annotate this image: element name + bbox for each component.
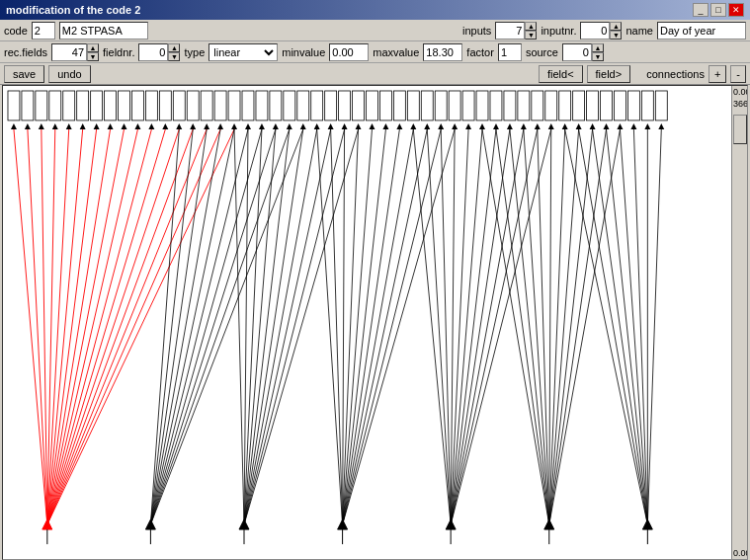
svg-marker-85 — [521, 123, 527, 129]
toolbar-row3: save undo field< field> connections + - — [0, 63, 750, 85]
fieldnr-up[interactable]: ▲ — [168, 43, 180, 52]
svg-line-170 — [549, 129, 551, 524]
svg-marker-84 — [507, 123, 513, 129]
field-prev-button[interactable]: field< — [539, 65, 583, 83]
fieldnr-down[interactable]: ▼ — [168, 52, 180, 61]
connections-plus-button[interactable]: + — [708, 65, 726, 83]
inputs-up[interactable]: ▲ — [525, 22, 537, 31]
svg-line-141 — [343, 129, 345, 524]
close-button[interactable]: ✕ — [728, 3, 744, 17]
svg-rect-37 — [518, 91, 530, 120]
svg-rect-28 — [393, 91, 405, 120]
svg-rect-33 — [462, 91, 474, 120]
svg-rect-40 — [559, 91, 571, 120]
field-next-button[interactable]: field> — [587, 65, 631, 83]
name-field-input[interactable] — [59, 22, 148, 40]
svg-rect-0 — [8, 91, 20, 120]
fieldnr-spinner[interactable]: ▲ ▼ — [138, 43, 180, 61]
source-spinner[interactable]: ▲ ▼ — [562, 43, 604, 61]
svg-marker-89 — [576, 123, 582, 129]
svg-line-185 — [647, 129, 661, 524]
svg-marker-52 — [66, 123, 72, 129]
svg-line-142 — [343, 129, 359, 524]
svg-marker-53 — [80, 123, 86, 129]
svg-rect-36 — [504, 91, 516, 120]
canvas-area[interactable]: // We'll draw via inline SVG elements — [3, 86, 731, 559]
svg-line-145 — [343, 129, 400, 524]
code-input[interactable] — [32, 22, 55, 40]
svg-marker-94 — [644, 123, 650, 129]
recfields-down[interactable]: ▼ — [87, 52, 99, 61]
factor-input[interactable] — [498, 43, 522, 61]
scroll-track[interactable] — [732, 110, 747, 547]
svg-rect-5 — [77, 91, 89, 120]
type-select[interactable]: linear log exp — [208, 43, 278, 61]
svg-marker-125 — [145, 520, 155, 529]
recfields-up[interactable]: ▲ — [87, 43, 99, 52]
inputs-value[interactable] — [495, 22, 525, 40]
scrollbar-right[interactable]: 0.00 366.00 0.00 — [731, 86, 747, 559]
inputnr-down[interactable]: ▼ — [610, 31, 622, 40]
fieldnr-label: fieldnr. — [103, 46, 134, 58]
svg-rect-30 — [421, 91, 433, 120]
svg-rect-22 — [311, 91, 323, 120]
name-value-input[interactable] — [657, 22, 746, 40]
svg-rect-42 — [587, 91, 599, 120]
svg-marker-50 — [39, 123, 44, 129]
svg-marker-49 — [25, 123, 31, 129]
undo-button[interactable]: undo — [48, 65, 90, 83]
svg-rect-15 — [214, 91, 226, 120]
svg-rect-14 — [201, 91, 212, 120]
svg-rect-35 — [490, 91, 502, 120]
inputs-down[interactable]: ▼ — [525, 31, 537, 40]
svg-line-179 — [579, 129, 648, 524]
maxvalue-input[interactable] — [423, 43, 462, 61]
svg-marker-163 — [446, 520, 456, 529]
svg-line-146 — [343, 129, 414, 524]
svg-line-130 — [244, 129, 276, 524]
svg-marker-62 — [204, 123, 209, 129]
svg-marker-48 — [11, 123, 17, 129]
svg-line-127 — [234, 129, 244, 524]
scroll-thumb[interactable] — [733, 115, 747, 144]
toolbar-row2: rec.fields ▲ ▼ fieldnr. ▲ ▼ type linear … — [0, 41, 750, 63]
recfields-spinner[interactable]: ▲ ▼ — [51, 43, 99, 61]
svg-marker-54 — [94, 123, 100, 129]
save-button[interactable]: save — [4, 65, 44, 83]
inputnr-up[interactable]: ▲ — [610, 22, 622, 31]
svg-rect-4 — [63, 91, 75, 120]
svg-line-104 — [47, 129, 125, 524]
connections-minus-button[interactable]: - — [730, 65, 746, 83]
minimize-button[interactable]: _ — [693, 3, 708, 17]
scroll-top-value: 0.00 — [732, 86, 747, 98]
svg-marker-67 — [273, 123, 279, 129]
source-value[interactable] — [562, 43, 592, 61]
svg-rect-38 — [532, 91, 543, 120]
svg-rect-8 — [119, 91, 130, 120]
fieldnr-value[interactable] — [138, 43, 168, 61]
type-label: type — [184, 46, 205, 58]
svg-line-105 — [47, 129, 138, 524]
recfields-value[interactable] — [51, 43, 87, 61]
svg-rect-13 — [187, 91, 199, 120]
maximize-button[interactable]: □ — [710, 3, 726, 17]
inputs-label: inputs — [462, 25, 491, 37]
inputnr-spinner[interactable]: ▲ ▼ — [580, 22, 622, 40]
inputnr-value[interactable] — [580, 22, 610, 40]
minvalue-label: minvalue — [282, 46, 325, 58]
window-controls: _ □ ✕ — [693, 3, 744, 17]
svg-line-144 — [343, 129, 386, 524]
svg-line-103 — [47, 129, 111, 524]
svg-rect-18 — [256, 91, 268, 120]
source-up[interactable]: ▲ — [592, 43, 604, 52]
svg-marker-81 — [465, 123, 471, 129]
svg-marker-65 — [245, 123, 251, 129]
inputs-spinner[interactable]: ▲ ▼ — [495, 22, 537, 40]
minvalue-input[interactable] — [329, 43, 369, 61]
svg-marker-78 — [424, 123, 430, 129]
svg-marker-70 — [314, 123, 320, 129]
svg-marker-92 — [617, 123, 623, 129]
source-down[interactable]: ▼ — [592, 52, 604, 61]
svg-line-171 — [549, 129, 565, 524]
svg-marker-56 — [122, 123, 127, 129]
